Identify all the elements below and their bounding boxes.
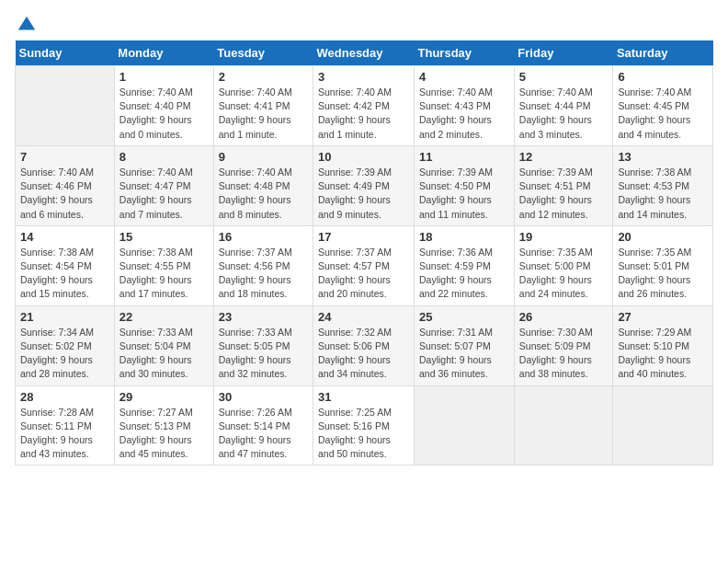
day-info: Sunrise: 7:40 AMSunset: 4:41 PMDaylight:… [219, 86, 308, 142]
day-number: 17 [318, 230, 409, 244]
calendar-cell: 4Sunrise: 7:40 AMSunset: 4:43 PMDaylight… [415, 66, 515, 146]
weekday-header-thursday: Thursday [415, 40, 515, 66]
day-info: Sunrise: 7:26 AMSunset: 5:14 PMDaylight:… [219, 406, 308, 462]
day-number: 16 [219, 230, 308, 244]
day-number: 2 [219, 70, 308, 84]
calendar-cell: 13Sunrise: 7:38 AMSunset: 4:53 PMDayligh… [613, 145, 713, 225]
calendar-cell: 9Sunrise: 7:40 AMSunset: 4:48 PMDaylight… [213, 145, 313, 225]
calendar-week-3: 14Sunrise: 7:38 AMSunset: 4:54 PMDayligh… [16, 225, 713, 305]
calendar-cell: 31Sunrise: 7:25 AMSunset: 5:16 PMDayligh… [313, 385, 415, 465]
day-number: 22 [119, 310, 209, 324]
day-number: 11 [419, 150, 509, 164]
day-number: 20 [618, 230, 708, 244]
calendar-body: 1Sunrise: 7:40 AMSunset: 4:40 PMDaylight… [16, 66, 713, 465]
day-info: Sunrise: 7:30 AMSunset: 5:09 PMDaylight:… [519, 326, 609, 382]
logo [15, 15, 37, 31]
day-info: Sunrise: 7:35 AMSunset: 5:01 PMDaylight:… [618, 246, 708, 302]
day-info: Sunrise: 7:40 AMSunset: 4:45 PMDaylight:… [618, 86, 708, 142]
page-header [15, 15, 713, 31]
calendar-header: SundayMondayTuesdayWednesdayThursdayFrid… [16, 40, 713, 66]
calendar-cell [613, 385, 713, 465]
day-info: Sunrise: 7:28 AMSunset: 5:11 PMDaylight:… [20, 406, 109, 462]
calendar-cell [415, 385, 515, 465]
day-number: 12 [519, 150, 609, 164]
day-info: Sunrise: 7:40 AMSunset: 4:43 PMDaylight:… [419, 86, 509, 142]
day-number: 1 [119, 70, 209, 84]
calendar-cell: 29Sunrise: 7:27 AMSunset: 5:13 PMDayligh… [114, 385, 213, 465]
day-info: Sunrise: 7:33 AMSunset: 5:05 PMDaylight:… [219, 326, 308, 382]
calendar-cell [514, 385, 613, 465]
calendar-cell: 5Sunrise: 7:40 AMSunset: 4:44 PMDaylight… [514, 66, 613, 146]
day-number: 3 [318, 70, 409, 84]
day-info: Sunrise: 7:37 AMSunset: 4:56 PMDaylight:… [219, 246, 308, 302]
svg-marker-0 [18, 17, 35, 30]
day-number: 30 [219, 390, 308, 404]
calendar-cell: 14Sunrise: 7:38 AMSunset: 4:54 PMDayligh… [16, 225, 115, 305]
weekday-header-sunday: Sunday [16, 40, 115, 66]
day-number: 13 [618, 150, 708, 164]
calendar-week-1: 1Sunrise: 7:40 AMSunset: 4:40 PMDaylight… [16, 66, 713, 146]
calendar-cell: 24Sunrise: 7:32 AMSunset: 5:06 PMDayligh… [313, 305, 415, 385]
day-info: Sunrise: 7:36 AMSunset: 4:59 PMDaylight:… [419, 246, 509, 302]
calendar-cell: 26Sunrise: 7:30 AMSunset: 5:09 PMDayligh… [514, 305, 613, 385]
calendar-cell: 20Sunrise: 7:35 AMSunset: 5:01 PMDayligh… [613, 225, 713, 305]
day-info: Sunrise: 7:38 AMSunset: 4:55 PMDaylight:… [119, 246, 209, 302]
calendar-week-4: 21Sunrise: 7:34 AMSunset: 5:02 PMDayligh… [16, 305, 713, 385]
calendar-cell [16, 66, 115, 146]
day-number: 14 [20, 230, 109, 244]
calendar-cell: 15Sunrise: 7:38 AMSunset: 4:55 PMDayligh… [114, 225, 213, 305]
day-info: Sunrise: 7:27 AMSunset: 5:13 PMDaylight:… [119, 406, 209, 462]
day-info: Sunrise: 7:39 AMSunset: 4:51 PMDaylight:… [519, 166, 609, 222]
day-info: Sunrise: 7:38 AMSunset: 4:53 PMDaylight:… [618, 166, 708, 222]
day-info: Sunrise: 7:40 AMSunset: 4:47 PMDaylight:… [119, 166, 209, 222]
calendar-table: SundayMondayTuesdayWednesdayThursdayFrid… [15, 40, 713, 465]
day-number: 5 [519, 70, 609, 84]
day-info: Sunrise: 7:37 AMSunset: 4:57 PMDaylight:… [318, 246, 409, 302]
weekday-header-tuesday: Tuesday [213, 40, 313, 66]
day-number: 29 [119, 390, 209, 404]
day-info: Sunrise: 7:33 AMSunset: 5:04 PMDaylight:… [119, 326, 209, 382]
calendar-cell: 16Sunrise: 7:37 AMSunset: 4:56 PMDayligh… [213, 225, 313, 305]
day-number: 31 [318, 390, 409, 404]
day-info: Sunrise: 7:25 AMSunset: 5:16 PMDaylight:… [318, 406, 409, 462]
day-number: 9 [219, 150, 308, 164]
day-info: Sunrise: 7:38 AMSunset: 4:54 PMDaylight:… [20, 246, 109, 302]
day-info: Sunrise: 7:35 AMSunset: 5:00 PMDaylight:… [519, 246, 609, 302]
day-info: Sunrise: 7:40 AMSunset: 4:44 PMDaylight:… [519, 86, 609, 142]
day-number: 26 [519, 310, 609, 324]
calendar-cell: 21Sunrise: 7:34 AMSunset: 5:02 PMDayligh… [16, 305, 115, 385]
calendar-cell: 7Sunrise: 7:40 AMSunset: 4:46 PMDaylight… [16, 145, 115, 225]
day-info: Sunrise: 7:29 AMSunset: 5:10 PMDaylight:… [618, 326, 708, 382]
weekday-header-friday: Friday [514, 40, 613, 66]
day-info: Sunrise: 7:34 AMSunset: 5:02 PMDaylight:… [20, 326, 109, 382]
day-number: 7 [20, 150, 109, 164]
calendar-cell: 30Sunrise: 7:26 AMSunset: 5:14 PMDayligh… [213, 385, 313, 465]
calendar-cell: 11Sunrise: 7:39 AMSunset: 4:50 PMDayligh… [415, 145, 515, 225]
day-info: Sunrise: 7:31 AMSunset: 5:07 PMDaylight:… [419, 326, 509, 382]
calendar-cell: 22Sunrise: 7:33 AMSunset: 5:04 PMDayligh… [114, 305, 213, 385]
weekday-header-wednesday: Wednesday [313, 40, 415, 66]
day-number: 19 [519, 230, 609, 244]
weekday-header-monday: Monday [114, 40, 213, 66]
calendar-week-2: 7Sunrise: 7:40 AMSunset: 4:46 PMDaylight… [16, 145, 713, 225]
day-number: 6 [618, 70, 708, 84]
day-info: Sunrise: 7:40 AMSunset: 4:48 PMDaylight:… [219, 166, 308, 222]
day-number: 25 [419, 310, 509, 324]
day-number: 15 [119, 230, 209, 244]
calendar-cell: 19Sunrise: 7:35 AMSunset: 5:00 PMDayligh… [514, 225, 613, 305]
calendar-cell: 10Sunrise: 7:39 AMSunset: 4:49 PMDayligh… [313, 145, 415, 225]
weekday-header-saturday: Saturday [613, 40, 713, 66]
day-number: 27 [618, 310, 708, 324]
calendar-cell: 1Sunrise: 7:40 AMSunset: 4:40 PMDaylight… [114, 66, 213, 146]
day-number: 21 [20, 310, 109, 324]
calendar-week-5: 28Sunrise: 7:28 AMSunset: 5:11 PMDayligh… [16, 385, 713, 465]
day-info: Sunrise: 7:39 AMSunset: 4:49 PMDaylight:… [318, 166, 409, 222]
day-number: 4 [419, 70, 509, 84]
day-number: 28 [20, 390, 109, 404]
day-number: 8 [119, 150, 209, 164]
logo-icon [17, 15, 37, 35]
calendar-cell: 2Sunrise: 7:40 AMSunset: 4:41 PMDaylight… [213, 66, 313, 146]
calendar-cell: 25Sunrise: 7:31 AMSunset: 5:07 PMDayligh… [415, 305, 515, 385]
calendar-cell: 3Sunrise: 7:40 AMSunset: 4:42 PMDaylight… [313, 66, 415, 146]
day-info: Sunrise: 7:39 AMSunset: 4:50 PMDaylight:… [419, 166, 509, 222]
